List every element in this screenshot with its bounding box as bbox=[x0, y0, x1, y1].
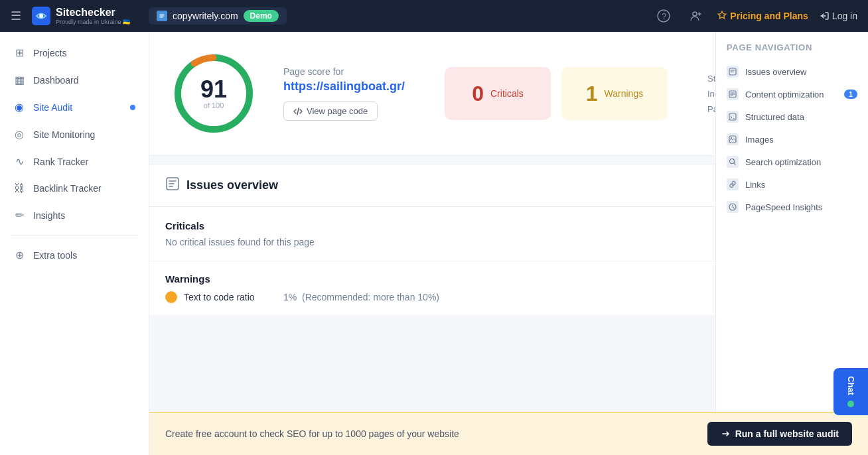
right-nav-links[interactable]: Links bbox=[716, 173, 868, 196]
svg-point-1 bbox=[39, 14, 43, 18]
backlink-tracker-icon: ⛓ bbox=[13, 182, 25, 194]
nav-actions: ? Pricing and Plans Log in bbox=[653, 5, 857, 27]
issue-boxes: 0 Criticals 1 Warnings bbox=[445, 67, 668, 120]
content-area: 91 of 100 Page score for https://sailing… bbox=[149, 32, 868, 455]
site-name: copywritely.com bbox=[173, 11, 238, 21]
brand-sub: Proudly made in Ukraine 🇺🇦 bbox=[56, 19, 130, 25]
login-link[interactable]: Log in bbox=[819, 11, 857, 21]
sidebar-label-extra-tools: Extra tools bbox=[33, 250, 77, 261]
brand-text-area: Sitechecker Proudly made in Ukraine 🇺🇦 bbox=[56, 7, 130, 25]
warnings-box[interactable]: 1 Warnings bbox=[561, 67, 668, 120]
sidebar-item-dashboard[interactable]: ▦ Dashboard bbox=[0, 67, 149, 93]
left-sidebar: ⊞ Projects ▦ Dashboard ◉ Site Audit ◎ Si… bbox=[0, 32, 149, 455]
right-nav-structured-icon bbox=[727, 111, 739, 123]
right-nav-pagespeed-icon bbox=[727, 201, 739, 213]
issues-header-title: Issues overview bbox=[186, 178, 278, 192]
issues-section: Issues overview Criticals No critical is… bbox=[149, 164, 715, 315]
status-info: Status code 200 OK Indexation Indexable … bbox=[707, 74, 715, 114]
right-nav-pagespeed[interactable]: PageSpeed Insights bbox=[716, 196, 868, 218]
brand-name: Sitechecker bbox=[56, 7, 130, 19]
chat-widget[interactable]: Chat bbox=[833, 368, 868, 415]
svg-text:?: ? bbox=[662, 11, 666, 21]
warnings-label: Warnings bbox=[605, 88, 644, 99]
right-nav-structured-data[interactable]: Structured data bbox=[716, 105, 868, 128]
pricing-link[interactable]: Pricing and Plans bbox=[717, 11, 808, 21]
sidebar-item-insights[interactable]: ✏ Insights bbox=[0, 202, 149, 228]
warning-dot bbox=[165, 291, 177, 303]
score-donut-chart: 91 of 100 bbox=[171, 50, 257, 137]
right-nav-content-label: Content optimization bbox=[745, 90, 824, 99]
top-navigation: ☰ Sitechecker Proudly made in Ukraine 🇺🇦… bbox=[0, 0, 868, 32]
right-nav-images-label: Images bbox=[745, 135, 774, 145]
right-nav-pagespeed-label: PageSpeed Insights bbox=[745, 202, 822, 212]
site-audit-dot bbox=[130, 105, 135, 110]
issues-overview-icon bbox=[165, 176, 180, 194]
criticals-count: 0 bbox=[472, 82, 484, 106]
run-audit-button[interactable]: Run a full website audit bbox=[707, 422, 852, 446]
sidebar-label-site-audit: Site Audit bbox=[33, 102, 72, 113]
criticals-box[interactable]: 0 Criticals bbox=[445, 67, 551, 120]
donut-center: 91 of 100 bbox=[200, 78, 227, 109]
page-score-card: 91 of 100 Page score for https://sailing… bbox=[149, 32, 715, 156]
svg-rect-12 bbox=[729, 113, 736, 120]
criticals-row: Criticals No critical issues found for t… bbox=[149, 207, 715, 261]
sidebar-label-dashboard: Dashboard bbox=[33, 75, 79, 86]
criticals-label: Criticals bbox=[490, 88, 524, 99]
right-nav-links-icon bbox=[727, 178, 739, 190]
sidebar-item-projects[interactable]: ⊞ Projects bbox=[0, 40, 149, 66]
hamburger-menu[interactable]: ☰ bbox=[11, 9, 21, 23]
page-score-label: Page score for bbox=[283, 66, 405, 77]
sidebar-item-site-monitoring[interactable]: ◎ Site Monitoring bbox=[0, 121, 149, 147]
right-nav-content-icon bbox=[727, 88, 739, 100]
indexation-row: Indexation Indexable bbox=[707, 89, 715, 99]
right-nav-search-icon bbox=[727, 156, 739, 168]
sidebar-item-backlink-tracker[interactable]: ⛓ Backlink Tracker bbox=[0, 176, 149, 201]
warning-item: Text to code ratio 1% (Recommended: more… bbox=[165, 291, 699, 303]
warnings-row: Warnings Text to code ratio 1% (Recommen… bbox=[149, 261, 715, 315]
indexation-label: Indexation bbox=[707, 89, 715, 99]
site-selector[interactable]: copywritely.com Demo bbox=[149, 7, 287, 25]
sidebar-divider bbox=[11, 235, 138, 235]
sidebar-item-rank-tracker[interactable]: ∿ Rank Tracker bbox=[0, 149, 149, 174]
right-nav-issues-icon bbox=[727, 66, 739, 78]
help-icon[interactable]: ? bbox=[653, 5, 674, 27]
chat-label: Chat bbox=[846, 376, 856, 395]
page-url: https://sailingboat.gr/ bbox=[283, 80, 405, 94]
criticals-row-title: Criticals bbox=[165, 220, 699, 231]
bottom-banner: Create free account to check SEO for up … bbox=[149, 412, 868, 455]
issues-header: Issues overview bbox=[149, 164, 715, 207]
right-nav-content-optimization[interactable]: Content optimization 1 bbox=[716, 83, 868, 105]
status-code-row: Status code 200 OK bbox=[707, 74, 715, 84]
dashboard-icon: ▦ bbox=[13, 74, 25, 86]
bottom-banner-text: Create free account to check SEO for up … bbox=[165, 428, 459, 439]
right-nav-links-label: Links bbox=[745, 180, 765, 190]
projects-icon: ⊞ bbox=[13, 46, 25, 59]
warning-item-value: 1% (Recommended: more than 10%) bbox=[283, 292, 439, 302]
site-monitoring-icon: ◎ bbox=[13, 128, 25, 141]
right-nav-search-optimization[interactable]: Search optimization bbox=[716, 151, 868, 173]
sidebar-item-site-audit[interactable]: ◉ Site Audit bbox=[0, 94, 149, 120]
sidebar-label-backlink-tracker: Backlink Tracker bbox=[33, 183, 102, 194]
main-content: 91 of 100 Page score for https://sailing… bbox=[149, 32, 715, 455]
warnings-row-title: Warnings bbox=[165, 273, 699, 285]
user-add-icon[interactable] bbox=[685, 5, 706, 27]
insights-icon: ✏ bbox=[13, 209, 25, 222]
site-icon bbox=[157, 11, 167, 21]
right-nav-search-label: Search optimization bbox=[745, 157, 821, 167]
view-page-code-button[interactable]: View page code bbox=[283, 101, 378, 121]
demo-badge: Demo bbox=[244, 10, 279, 22]
page-size-row: Page size 1.18 MB bbox=[707, 104, 715, 114]
warnings-count: 1 bbox=[586, 82, 598, 106]
score-max: of 100 bbox=[200, 101, 227, 109]
status-code-label: Status code bbox=[707, 74, 715, 84]
bottom-spacer bbox=[149, 315, 715, 361]
criticals-row-content: No critical issues found for this page bbox=[165, 237, 699, 247]
sidebar-item-extra-tools[interactable]: ⊕ Extra tools bbox=[0, 242, 149, 268]
page-score-info: Page score for https://sailingboat.gr/ V… bbox=[283, 66, 405, 121]
brand-logo-area: Sitechecker Proudly made in Ukraine 🇺🇦 bbox=[32, 7, 130, 25]
svg-point-5 bbox=[693, 12, 697, 16]
sidebar-label-projects: Projects bbox=[33, 48, 67, 58]
right-nav-issues-overview[interactable]: Issues overview bbox=[716, 60, 868, 83]
warning-item-label: Text to code ratio bbox=[184, 292, 277, 302]
right-nav-images[interactable]: Images bbox=[716, 128, 868, 151]
